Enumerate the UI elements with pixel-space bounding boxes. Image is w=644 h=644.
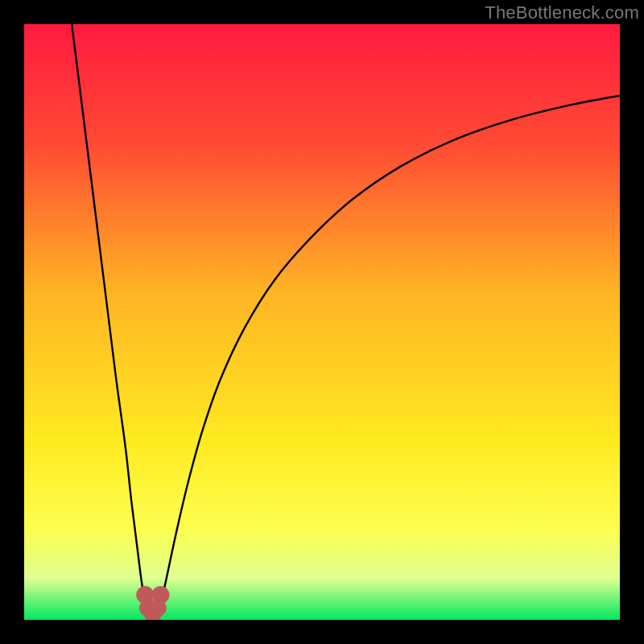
- watermark-text: TheBottleneck.com: [485, 2, 639, 23]
- chart-svg: [24, 24, 620, 620]
- chart-frame: TheBottleneck.com: [0, 0, 644, 644]
- marker-dot: [151, 586, 169, 604]
